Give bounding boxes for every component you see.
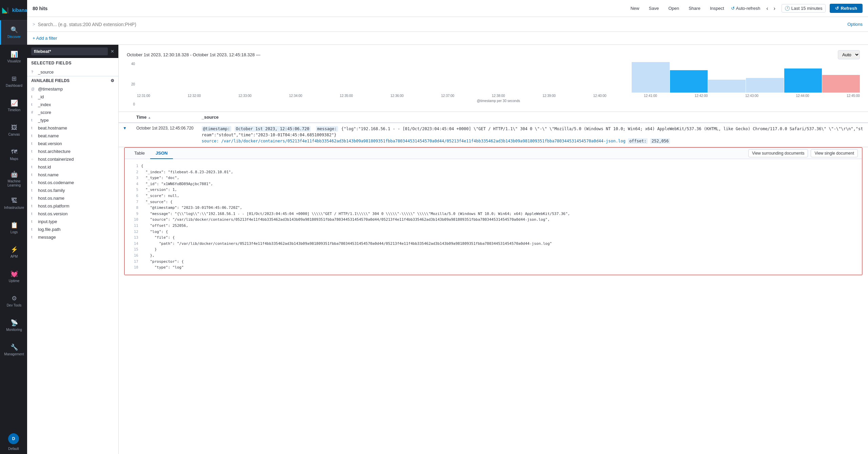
avatar-label: Default xyxy=(8,447,19,451)
apm-icon: ⚡ xyxy=(11,246,18,253)
json-line: 4 "_id": "x1WN6YoBD89Apjbc7881", xyxy=(130,181,856,187)
json-line: 17 "prospector": { xyxy=(130,259,856,265)
field-host-id[interactable]: thost.id xyxy=(27,163,118,171)
field-name-label: beat.version xyxy=(38,141,62,146)
tab-json[interactable]: JSON xyxy=(150,148,173,159)
field-_id[interactable]: t_id xyxy=(27,93,118,101)
field-input-type[interactable]: tinput.type xyxy=(27,218,118,225)
sidebar-item-visualize[interactable]: 📊Visualize xyxy=(0,45,27,69)
svg-rect-0 xyxy=(0,5,11,16)
expand-row-button[interactable]: ▼ xyxy=(123,126,127,131)
field-name-label: host.os.name xyxy=(38,196,64,201)
sidebar-label-management: Management xyxy=(4,352,24,356)
view-single-button[interactable]: View single document xyxy=(811,149,858,157)
index-pattern-name[interactable]: filebeat* xyxy=(31,47,108,55)
share-button[interactable]: Share xyxy=(686,4,703,12)
autorefresh-toggle[interactable]: ↺ Auto-refresh xyxy=(731,6,761,11)
json-line-content: "file": { xyxy=(141,235,175,241)
field-type: # xyxy=(31,111,36,114)
field-type: t xyxy=(31,95,36,99)
user-avatar[interactable]: D xyxy=(8,433,19,444)
topbar-actions: New Save Open Share Inspect ↺ Auto-refre… xyxy=(628,4,863,13)
field-@timestamp[interactable]: @@timestamp xyxy=(27,85,118,93)
new-button[interactable]: New xyxy=(628,4,642,12)
json-line-num: 6 xyxy=(130,193,138,199)
field-host-architecture[interactable]: thost.architecture xyxy=(27,147,118,155)
sidebar-item-apm[interactable]: ⚡APM xyxy=(0,240,27,264)
prev-arrow[interactable]: ‹ xyxy=(764,5,770,12)
sidebar-item-timelion[interactable]: 📈Timelion xyxy=(0,94,27,118)
tab-table[interactable]: Table xyxy=(129,148,150,159)
sidebar-item-management[interactable]: 🔧Management xyxy=(0,338,27,362)
open-button[interactable]: Open xyxy=(666,4,682,12)
field-_type[interactable]: t_type xyxy=(27,116,118,124)
available-fields-header: Available fields ⚙ xyxy=(27,76,118,85)
x-label: 12:35:00 xyxy=(340,94,353,98)
detail-tabs: Table JSON View surrounding documents Vi… xyxy=(124,147,863,275)
field-host-name[interactable]: thost.name xyxy=(27,171,118,179)
selected-field-source[interactable]: ? _source xyxy=(27,68,118,76)
search-input[interactable] xyxy=(38,22,845,27)
results-area[interactable]: Time ▲ _source ▼ October 1st 2023, 12:45… xyxy=(119,112,868,454)
sidebar-item-dashboard[interactable]: ⊞Dashboard xyxy=(0,69,27,94)
json-line-content: "_version": 1, xyxy=(141,187,177,193)
json-line-num: 17 xyxy=(130,259,138,265)
field-_score[interactable]: #_score xyxy=(27,108,118,116)
save-button[interactable]: Save xyxy=(646,4,662,12)
field-host-containerized[interactable]: ○host.containerized xyxy=(27,155,118,163)
field-_index[interactable]: t_index xyxy=(27,101,118,108)
json-line: 2 "_index": "filebeat-6.8.23-2023.10.01"… xyxy=(130,169,856,175)
field-name-label: @timestamp xyxy=(38,86,63,92)
sidebar: kibana 🔍Discover📊Visualize⊞Dashboard📈Tim… xyxy=(0,0,27,454)
gear-icon[interactable]: ⚙ xyxy=(111,78,114,83)
refresh-button[interactable]: ↺ Refresh xyxy=(830,4,863,13)
json-line-num: 11 xyxy=(130,223,138,229)
interval-select[interactable]: Auto xyxy=(838,50,860,59)
col-source-header[interactable]: _source xyxy=(198,112,868,123)
field-name-label: input.type xyxy=(38,219,57,224)
index-selector-close[interactable]: ✕ xyxy=(111,49,114,54)
sidebar-item-devtools[interactable]: ⚙Dev Tools xyxy=(0,289,27,313)
sidebar-item-ml[interactable]: 🤖Machine Learning xyxy=(0,167,27,191)
field-message[interactable]: tmessage xyxy=(27,233,118,241)
field-host-os-name[interactable]: thost.os.name xyxy=(27,194,118,202)
sidebar-item-canvas[interactable]: 🖼Canvas xyxy=(0,118,27,142)
field-beat-version[interactable]: tbeat.version xyxy=(27,140,118,147)
field-beat-name[interactable]: tbeat.name xyxy=(27,132,118,140)
add-filter-button[interactable]: + Add a filter xyxy=(33,36,57,41)
field-name-label: log.file.path xyxy=(38,227,61,232)
kibana-logo[interactable]: kibana xyxy=(0,0,27,20)
chart-bar-14 xyxy=(670,70,708,93)
field-host-os-version[interactable]: thost.os.version xyxy=(27,210,118,218)
sidebar-item-logs[interactable]: 📋Logs xyxy=(0,216,27,240)
inspect-button[interactable]: Inspect xyxy=(707,4,727,12)
col-time-header[interactable]: Time ▲ xyxy=(132,112,198,123)
json-line-num: 14 xyxy=(130,241,138,247)
sidebar-label-discover: Discover xyxy=(7,35,21,39)
sidebar-item-infra[interactable]: 🏗Infrastructure xyxy=(0,191,27,216)
field-beat-hostname[interactable]: tbeat.hostname xyxy=(27,124,118,132)
field-host-os-family[interactable]: thost.os.family xyxy=(27,186,118,194)
sidebar-label-apm: APM xyxy=(11,255,18,259)
time-range[interactable]: 🕐 Last 15 minutes xyxy=(782,4,826,13)
field-name-label: host.os.platform xyxy=(38,203,70,209)
field-host-os-codename[interactable]: thost.os.codename xyxy=(27,179,118,186)
sidebar-item-monitoring[interactable]: 📡Monitoring xyxy=(0,313,27,338)
row-source: @timestamp: October 1st 2023, 12:45:06.7… xyxy=(198,123,868,147)
next-arrow[interactable]: › xyxy=(771,5,777,12)
json-line-content: "log": { xyxy=(141,229,168,235)
json-line-content: "_type": "doc", xyxy=(141,175,179,181)
sidebar-item-maps[interactable]: 🗺Maps xyxy=(0,142,27,167)
col-expand xyxy=(119,112,132,123)
view-surrounding-button[interactable]: View surrounding documents xyxy=(748,149,808,157)
options-button[interactable]: Options xyxy=(847,22,863,27)
field-host-os-platform[interactable]: thost.os.platform xyxy=(27,202,118,210)
field-type: t xyxy=(31,228,36,231)
field-log-file-path[interactable]: tlog.file.path xyxy=(27,225,118,233)
sidebar-item-discover[interactable]: 🔍Discover xyxy=(0,20,27,45)
sidebar-item-uptime[interactable]: 💓Uptime xyxy=(0,264,27,289)
autorefresh-label: Auto-refresh xyxy=(736,6,761,11)
json-line: 13 "file": { xyxy=(130,235,856,241)
field-name-label: _type xyxy=(38,118,49,123)
field-type: @ xyxy=(31,87,36,91)
